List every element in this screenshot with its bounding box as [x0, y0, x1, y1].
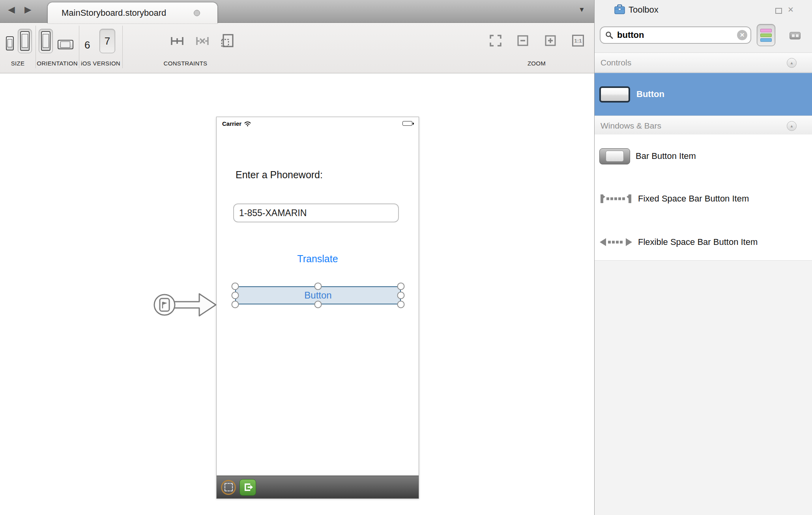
toolbox-header: Toolbox ✕	[595, 0, 812, 20]
width-constraint-icon	[170, 34, 185, 48]
view-controller-icon[interactable]	[221, 480, 236, 495]
phoneword-textfield[interactable]: 1-855-XAMARIN	[233, 203, 399, 222]
landscape-phone-icon	[58, 40, 73, 49]
resize-handle-bottom-left[interactable]	[232, 301, 239, 308]
toolbox-item-label: Button	[636, 89, 664, 99]
size-group-label: SIZE	[0, 60, 36, 67]
section-header-controls[interactable]: Controls ▲	[595, 52, 812, 73]
zoom-out-icon	[517, 35, 529, 47]
compact-view-toggle-button[interactable]	[790, 32, 801, 39]
resize-handle-middle-left[interactable]	[232, 292, 239, 299]
forward-button[interactable]: ▶	[24, 5, 32, 14]
update-frames-button[interactable]	[220, 34, 235, 49]
toolbox-item-list: Bar Button Item Fixed Space Bar Button I…	[595, 134, 812, 260]
search-input[interactable]	[616, 30, 737, 41]
remove-constraint-button[interactable]	[195, 34, 210, 48]
update-frames-icon	[220, 34, 235, 49]
section-title: Windows & Bars	[601, 121, 661, 131]
section-title: Controls	[601, 58, 631, 67]
orientation-group-label: ORIENTATION	[36, 60, 79, 67]
toolbox-title: Toolbox	[629, 5, 659, 15]
search-field[interactable]: ✕	[600, 26, 751, 44]
iphone-small-icon	[6, 36, 14, 50]
stripe-pink	[760, 29, 772, 32]
ios-version-group-label: iOS VERSION	[79, 60, 122, 67]
close-panel-icon[interactable]: ✕	[788, 5, 794, 14]
toolbox-item-button[interactable]: Button	[595, 73, 812, 116]
view-controller-bottom-bar	[217, 476, 419, 498]
category-view-toggle-button[interactable]	[757, 24, 775, 46]
tab-title: MainStoryboard.storyboard	[62, 8, 166, 18]
exit-segue-icon[interactable]	[239, 479, 256, 496]
zoom-out-button[interactable]	[517, 35, 529, 47]
zoom-in-button[interactable]	[544, 35, 556, 47]
tab-close-dot[interactable]	[194, 10, 200, 16]
translate-button[interactable]: Translate	[217, 253, 419, 265]
toolbox-item-label: Flexible Space Bar Button Item	[638, 237, 758, 247]
iphone-tall-icon	[20, 31, 30, 51]
xamarin-storyboard-designer: ◀ ▶ MainStoryboard.storyboard ▼ SIZE ORI…	[0, 0, 812, 515]
size-iphone4-button[interactable]	[18, 29, 32, 53]
zoom-fit-icon	[489, 34, 502, 47]
designer-toolbar: SIZE ORIENTATION 6 7 iOS VERSION	[0, 22, 594, 73]
zoom-actual-size-button[interactable]: 1:1	[572, 35, 584, 47]
section-header-windows-bars[interactable]: Windows & Bars ▲	[595, 116, 812, 136]
toolbox-item-label: Bar Button Item	[636, 151, 696, 161]
ios-version-6-button[interactable]: 6	[84, 39, 90, 51]
clear-search-icon[interactable]: ✕	[737, 30, 747, 40]
remove-constraint-icon	[195, 34, 210, 48]
resize-handle-bottom-right[interactable]	[397, 301, 405, 308]
search-icon	[605, 31, 613, 39]
toolbox-search-row: ✕	[595, 20, 812, 50]
status-bar: Carrier	[222, 119, 414, 127]
stripe-green	[760, 34, 772, 37]
tab-overflow-dropdown-icon[interactable]: ▼	[578, 6, 585, 14]
toolbox-empty-area	[595, 260, 812, 515]
resize-handle-top-left[interactable]	[232, 283, 239, 290]
orientation-landscape-button[interactable]	[58, 40, 73, 49]
one-to-one-icon: 1:1	[574, 38, 582, 44]
constraints-group-label: CONSTRAINTS	[122, 60, 249, 67]
toolbox-item-label: Fixed Space Bar Button Item	[638, 194, 749, 204]
initial-view-controller-arrow[interactable]	[152, 287, 218, 323]
bar-button-item-icon	[599, 148, 630, 164]
zoom-group-label: ZOOM	[485, 60, 588, 67]
storyboard-entry-icon	[160, 299, 169, 311]
orientation-portrait-button[interactable]	[39, 29, 53, 53]
document-tab-bar: ◀ ▶ MainStoryboard.storyboard ▼	[0, 0, 594, 23]
carrier-label: Carrier	[222, 120, 241, 127]
iphone-view-controller[interactable]: Carrier Enter a Phoneword: 1-855-XAMARIN…	[216, 117, 419, 499]
portrait-phone-icon	[41, 31, 51, 51]
add-constraint-button[interactable]	[170, 34, 185, 48]
flexible-space-icon	[599, 237, 632, 248]
button-control-icon	[599, 86, 630, 103]
resize-handle-middle-right[interactable]	[397, 292, 405, 299]
collapse-section-icon[interactable]: ▲	[787, 121, 797, 131]
zoom-fit-button[interactable]	[489, 34, 502, 47]
stripe-blue	[760, 38, 772, 42]
resize-handle-top-center[interactable]	[314, 283, 322, 290]
toolbox-item-bar-button[interactable]: Bar Button Item	[595, 144, 812, 168]
fixed-space-icon	[599, 193, 632, 204]
design-surface[interactable]: Carrier Enter a Phoneword: 1-855-XAMARIN…	[0, 73, 594, 515]
toolbox-panel: Toolbox ✕ ✕ Controls ▲	[594, 0, 812, 515]
collapse-section-icon[interactable]: ▲	[787, 58, 797, 68]
tab-mainstoryboard[interactable]: MainStoryboard.storyboard	[47, 2, 218, 23]
resize-handle-bottom-center[interactable]	[314, 301, 322, 308]
resize-handle-top-right[interactable]	[397, 283, 405, 290]
zoom-in-icon	[544, 35, 556, 47]
phoneword-label[interactable]: Enter a Phoneword:	[236, 169, 323, 181]
back-button[interactable]: ◀	[8, 5, 15, 14]
toolbox-item-fixed-space[interactable]: Fixed Space Bar Button Item	[595, 187, 812, 211]
battery-icon	[402, 121, 414, 126]
dock-panel-icon[interactable]	[775, 8, 782, 14]
ios-version-7-button[interactable]: 7	[99, 29, 115, 53]
wifi-icon	[244, 121, 251, 127]
toolbox-item-flexible-space[interactable]: Flexible Space Bar Button Item	[595, 230, 812, 254]
toolbox-icon	[614, 4, 625, 15]
size-iphone35-button[interactable]	[6, 36, 14, 50]
